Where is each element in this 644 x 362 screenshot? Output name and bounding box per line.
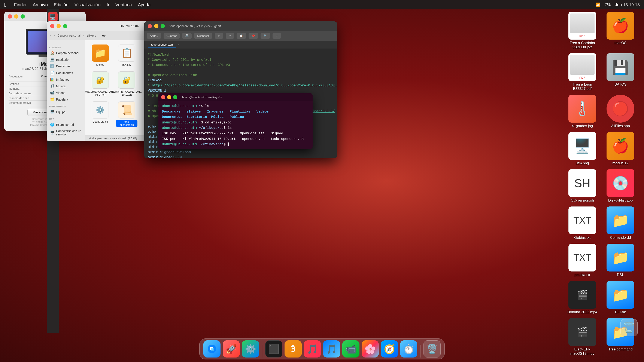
sidebar-carpeta-personal[interactable]: 🏠Carpeta personal <box>47 50 85 56</box>
nav-forward[interactable]: › <box>54 33 55 37</box>
desktop-icon-tren-leon[interactable]: PDF Tren a León BZ53J7.pdf <box>565 53 600 91</box>
file-todo-opencore[interactable]: 📜 todo-opencore.sh <box>116 101 138 127</box>
file-opencoreefi[interactable]: ⚙️ OpenCore.efi <box>90 101 111 127</box>
desktop-icon-tren-cordoba[interactable]: PDF Tren a Córdoba V3BH3X.pdf <box>565 12 600 49</box>
save-button[interactable]: Guardar <box>164 33 180 39</box>
desktop-icon-eject[interactable]: 🎬 Eject-EFI-macOS13.mov <box>565 318 600 356</box>
finder-minimize[interactable] <box>56 24 61 28</box>
menu-ventana[interactable]: Ventana <box>116 2 132 7</box>
desktop-icon-donana[interactable]: 🎬 Doñana 2022.mp4 <box>565 281 600 314</box>
sidebar-papelera[interactable]: 🗂️Papelera <box>47 96 85 103</box>
desktop-icon-41grados[interactable]: 🌡️ 41grados.jpg <box>565 95 600 128</box>
41grados-label: 41grados.jpg <box>572 124 593 128</box>
paulita-label: paulita.txt <box>575 273 590 277</box>
terminal-close[interactable] <box>161 95 165 99</box>
desktop-icon-dsl[interactable]: 📁 DSL <box>603 244 638 277</box>
cut-button[interactable]: ✂ <box>226 33 234 39</box>
allfiles-label: AllFiles.app <box>611 124 630 128</box>
file-micwin[interactable]: 🔐 MicWinProPCA2011_2011-10-19.crt <box>116 71 138 96</box>
sidebar-equipo[interactable]: 🖥️Equipo <box>47 109 85 115</box>
sidebar-imagenes[interactable]: 🖼️Imágenes <box>47 76 85 83</box>
breadcrumb-carpeta[interactable]: Carpeta personal <box>58 34 80 37</box>
terminal-maximize[interactable] <box>173 95 177 99</box>
dock-system[interactable]: ⚙️ <box>242 341 259 358</box>
terminal-content[interactable]: ubuntu@ubuntu-utm:~$ ls Descargas efikey… <box>158 101 312 149</box>
sidebar-videos[interactable]: 📹Videos <box>47 89 85 96</box>
spec-label-2: Memoria <box>8 87 20 90</box>
dock-itunes[interactable]: 🎵 <box>323 341 340 358</box>
paste-button[interactable]: 📌 <box>248 33 258 39</box>
print-button[interactable]: 🖨️ <box>182 33 192 39</box>
apple-menu[interactable]:  <box>4 1 6 8</box>
menu-archivo[interactable]: Archivo <box>33 2 48 7</box>
dock-screentime[interactable]: ⏱️ <box>400 341 417 358</box>
dock-finder[interactable] <box>204 341 220 358</box>
desktop-icon-efi[interactable]: 📁 EFI-ok <box>603 281 638 314</box>
desktop-icon-diskutil[interactable]: 💿 Diskutil-list.app <box>603 169 638 203</box>
editor-close[interactable] <box>148 24 152 28</box>
gobias-label: Gobias.txt <box>574 236 591 240</box>
minimize-button[interactable] <box>14 14 18 19</box>
dock-launchpad[interactable]: 🚀 <box>223 341 240 358</box>
desktop-icon-paulita[interactable]: TXT paulita.txt <box>565 244 600 277</box>
finder-close[interactable] <box>50 24 54 28</box>
spec-label-3: Disco de arranque <box>8 92 31 95</box>
menu-ayuda[interactable]: Ayuda <box>138 2 150 7</box>
finder-maximize[interactable] <box>63 24 67 28</box>
menu-visualizacion[interactable]: Visualización <box>74 2 100 7</box>
dock-trash[interactable]: 🗑️ <box>424 341 440 358</box>
desktop-icon-macos[interactable]: 🍎 macOS <box>603 12 638 49</box>
maximize-button[interactable] <box>20 14 25 19</box>
sidebar-connect-server[interactable]: 🖥️Conectarse con un servidor <box>47 128 85 137</box>
sidebar-icon-0[interactable]: 🖥️ <box>48 12 58 22</box>
undo-button[interactable]: Deshacer <box>194 33 212 39</box>
dock-bitcoin[interactable]: ₿ <box>284 341 302 358</box>
menu-ir[interactable]: Ir <box>106 2 110 7</box>
menu-edicion[interactable]: Edición <box>54 2 68 7</box>
sidebar-musica[interactable]: 🎵Música <box>47 83 85 89</box>
spec-label-5: Sistema operativo <box>8 101 31 104</box>
nav-back[interactable]: ‹ <box>50 33 51 37</box>
sidebar-descargas[interactable]: ⬇️Descargas <box>47 63 85 69</box>
terminal-minimize[interactable] <box>167 95 171 99</box>
breadcrumb-efikeys[interactable]: efikeys <box>87 34 96 37</box>
desktop-trash[interactable]: 🗑️ <box>620 319 638 336</box>
tab-todo-opencore[interactable]: todo-opencore.sh <box>148 42 176 47</box>
svg-point-3 <box>211 348 214 351</box>
desktop-icon-utm[interactable]: 🖥️ utm.png <box>565 132 600 165</box>
desktop-icon-shell[interactable]: SH OC-version.sh <box>565 169 600 203</box>
sidebar-documentos[interactable]: 📄Documentos <box>47 69 85 76</box>
dock-photos[interactable]: 🌸 <box>362 341 379 358</box>
editor-minimize[interactable] <box>154 24 158 28</box>
file-iskkey[interactable]: 📋 ISK.key <box>116 44 138 66</box>
file-signed[interactable]: 📁 Signed <box>90 44 111 66</box>
find-button[interactable]: 🔍 <box>260 33 270 39</box>
tab-close-icon[interactable]: ✕ <box>178 43 180 46</box>
dock-music[interactable]: 🎵 <box>304 341 321 358</box>
editor-tabs: todo-opencore.sh ✕ <box>144 41 337 49</box>
menu-finder[interactable]: Finder <box>14 2 27 7</box>
desktop-icon-allfiles[interactable]: 🔴 AllFiles.app <box>603 95 638 128</box>
spell-button[interactable]: ✓ <box>272 33 281 39</box>
dock-terminal[interactable]: ⬛ <box>265 341 282 358</box>
open-button[interactable]: Abrir... <box>147 33 161 39</box>
dock-safari[interactable]: 🧭 <box>381 341 398 358</box>
file-miccor[interactable]: 🔐 MicCorUEFCA2011_2011-06-27.crt <box>90 71 111 96</box>
desktop-icon-datos[interactable]: 💾 DATOS <box>603 53 638 91</box>
sidebar-escritorio[interactable]: 💻Escritorio <box>47 56 85 63</box>
dsl-label: DSL <box>617 273 624 277</box>
dock-separator-2 <box>420 345 420 358</box>
desktop-icon-gobias[interactable]: TXT Gobias.txt <box>565 206 600 240</box>
breadcrumb-oc[interactable]: oc <box>102 34 106 37</box>
redo-button[interactable]: ↩ <box>215 33 223 39</box>
terminal-title: ubuntu@ubuntu-utm: ~/efikeys/oc <box>181 96 222 99</box>
editor-maximize[interactable] <box>160 24 165 28</box>
desktop-icons-right: PDF Tren a Córdoba V3BH3X.pdf 🍎 macOS PD… <box>565 12 638 356</box>
finder-status-text: «todo-opencore.sh» seleccionado (1.5 kB) <box>89 137 137 140</box>
copy-button[interactable]: 📋 <box>236 33 246 39</box>
dock-facetime[interactable]: 📹 <box>342 341 360 358</box>
desktop-icon-comandodd[interactable]: 📁 Comando dd <box>603 206 638 240</box>
desktop-icon-macos2[interactable]: 🍎 macOS12 <box>603 132 638 165</box>
sidebar-examinar-red[interactable]: 🌐Examinar red <box>47 121 85 128</box>
close-button[interactable] <box>8 14 12 19</box>
